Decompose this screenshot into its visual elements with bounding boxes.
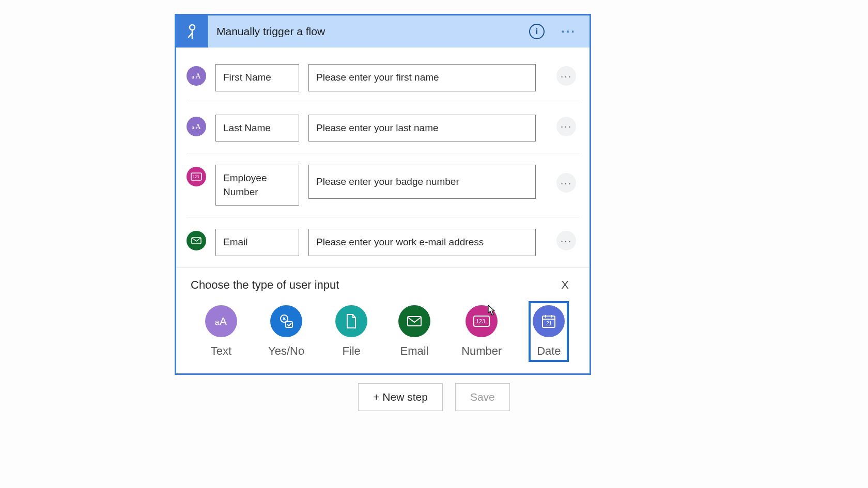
svg-text:123: 123 [476, 318, 485, 324]
svg-text:a: a [215, 318, 220, 326]
input-row: 123 Employee Number ··· [187, 153, 579, 217]
yesno-option-icon [270, 305, 302, 337]
date-option-icon: 21 [533, 305, 565, 337]
input-row: ··· [187, 217, 579, 267]
footer-actions: + New step Save [0, 383, 868, 411]
svg-text:a: a [192, 73, 194, 80]
info-button[interactable]: i [529, 24, 545, 39]
trigger-more-button[interactable]: ··· [554, 24, 583, 39]
text-option-icon: aA [205, 305, 237, 337]
picker-option-number[interactable]: 123 Number [457, 301, 506, 362]
input-placeholder-field[interactable] [308, 165, 536, 199]
picker-option-label: Text [211, 344, 231, 358]
picker-option-label: Email [400, 344, 429, 358]
picker-option-date[interactable]: 21 Date [529, 301, 569, 362]
picker-option-label: Number [461, 344, 502, 358]
svg-text:123: 123 [193, 175, 199, 179]
svg-point-0 [190, 25, 195, 30]
picker-option-yesno[interactable]: Yes/No [264, 301, 308, 362]
save-button[interactable]: Save [455, 383, 510, 411]
input-row: aA ··· [187, 103, 579, 154]
file-option-icon [335, 305, 367, 337]
number-option-icon: 123 [466, 305, 498, 337]
inputs-list: aA ··· aA ··· 123 Employee Number ··· [176, 48, 590, 267]
picker-option-label: File [342, 344, 360, 358]
picker-option-email[interactable]: Email [394, 301, 435, 362]
picker-title: Choose the type of user input [191, 278, 339, 292]
input-more-button[interactable]: ··· [556, 117, 576, 136]
email-type-icon [187, 231, 206, 250]
trigger-title: Manually trigger a flow [208, 25, 529, 38]
picker-option-label: Date [537, 344, 561, 358]
picker-close-button[interactable]: X [555, 276, 575, 294]
input-more-button[interactable]: ··· [556, 231, 576, 250]
input-name-field[interactable] [215, 115, 299, 142]
trigger-icon [176, 15, 208, 48]
picker-option-text[interactable]: aA Text [201, 301, 241, 362]
picker-option-label: Yes/No [268, 344, 304, 358]
svg-text:A: A [195, 122, 201, 131]
trigger-card: Manually trigger a flow i ··· aA ··· aA … [175, 14, 591, 375]
svg-text:a: a [192, 124, 194, 130]
input-more-button[interactable]: ··· [556, 66, 576, 86]
input-row: aA ··· [187, 53, 579, 103]
text-type-icon: aA [187, 117, 206, 136]
input-placeholder-field[interactable] [308, 229, 536, 256]
input-type-picker: Choose the type of user input X aA Text … [176, 267, 590, 373]
input-name-field[interactable] [215, 64, 299, 91]
svg-text:A: A [195, 72, 201, 80]
text-type-icon: aA [187, 66, 206, 86]
input-placeholder-field[interactable] [308, 64, 536, 91]
email-option-icon [398, 305, 430, 337]
input-placeholder-field[interactable] [308, 115, 536, 142]
number-type-icon: 123 [187, 167, 206, 186]
svg-rect-12 [408, 317, 421, 326]
svg-text:21: 21 [546, 321, 552, 326]
input-more-button[interactable]: ··· [556, 173, 576, 193]
new-step-button[interactable]: + New step [358, 383, 443, 411]
input-name-field[interactable]: Employee Number [215, 165, 299, 206]
svg-rect-11 [286, 322, 292, 327]
picker-option-file[interactable]: File [331, 301, 371, 362]
input-name-field[interactable] [215, 229, 299, 256]
trigger-header: Manually trigger a flow i ··· [176, 15, 590, 48]
svg-text:A: A [220, 315, 227, 327]
